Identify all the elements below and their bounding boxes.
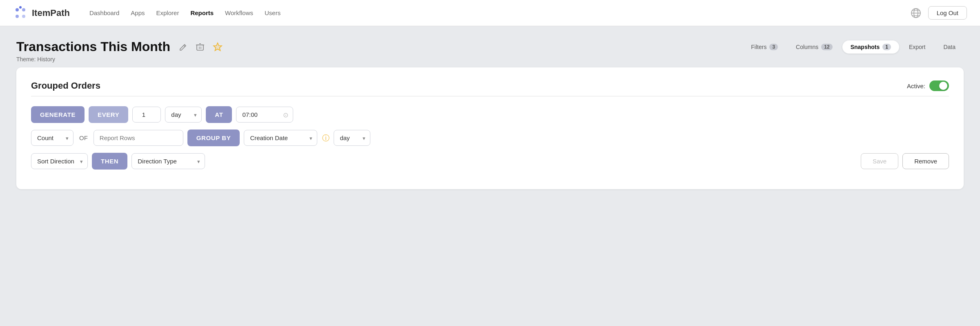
direction-type-wrapper: Direction Type xyxy=(131,153,205,169)
every-button[interactable]: EVERY xyxy=(89,106,128,123)
active-toggle[interactable] xyxy=(929,80,949,91)
svg-point-3 xyxy=(22,15,25,18)
sort-direction-select[interactable]: Sort Direction Ascending Descending xyxy=(31,153,88,169)
svg-point-0 xyxy=(16,8,19,11)
group-by-button[interactable]: GROUP BY xyxy=(187,130,240,146)
nav-apps[interactable]: Apps xyxy=(131,9,145,16)
tab-export-label: Export xyxy=(909,44,925,50)
report-rows-input[interactable] xyxy=(94,130,183,146)
count-wrapper: Count Sum Average xyxy=(31,130,74,146)
nav-explorer[interactable]: Explorer xyxy=(156,9,179,16)
tab-data[interactable]: Data xyxy=(935,40,964,54)
page-title: Transactions This Month xyxy=(16,39,170,54)
nav-workflows[interactable]: Workflows xyxy=(225,9,253,16)
theme-label: Theme: History xyxy=(16,56,964,63)
tab-data-label: Data xyxy=(943,44,956,50)
svg-point-4 xyxy=(19,6,22,9)
navbar: ItemPath Dashboard Apps Explorer Reports… xyxy=(0,0,980,26)
svg-point-2 xyxy=(16,15,19,18)
svg-point-1 xyxy=(22,8,25,11)
tab-filters[interactable]: Filters 3 xyxy=(743,40,786,54)
sort-row: Sort Direction Ascending Descending THEN… xyxy=(31,153,949,170)
interval-input[interactable] xyxy=(132,107,161,123)
toggle-knob xyxy=(939,82,947,90)
svg-rect-10 xyxy=(197,45,203,50)
remove-button[interactable]: Remove xyxy=(902,153,949,169)
trash-icon xyxy=(196,42,205,51)
groupby-row: Count Sum Average OF GROUP BY Creation D… xyxy=(31,130,949,146)
brand: ItemPath xyxy=(13,6,70,20)
card-header: Grouped Orders Active: xyxy=(31,80,949,91)
nav-dashboard[interactable]: Dashboard xyxy=(89,9,119,16)
page-header: Transactions This Month xyxy=(16,39,964,54)
count-select[interactable]: Count Sum Average xyxy=(31,130,74,146)
logout-button[interactable]: Log Out xyxy=(928,6,967,20)
tab-snapshots[interactable]: Snapshots 1 xyxy=(842,40,899,54)
creation-date-wrapper: Creation Date xyxy=(244,130,317,146)
nav-users[interactable]: Users xyxy=(265,9,281,16)
nav-links: Dashboard Apps Explorer Reports Workflow… xyxy=(89,9,897,16)
tab-filters-label: Filters xyxy=(751,44,766,50)
tab-snapshots-badge: 1 xyxy=(882,44,891,50)
time-input-wrapper: ⊙ xyxy=(236,107,293,123)
tab-columns-label: Columns xyxy=(796,44,818,50)
active-toggle-row: Active: xyxy=(907,80,949,91)
of-label: OF xyxy=(78,134,89,141)
direction-type-select[interactable]: Direction Type xyxy=(131,153,205,169)
globe-icon xyxy=(910,7,922,19)
day-select[interactable]: day week month xyxy=(334,130,370,146)
info-icon: ⓘ xyxy=(322,133,330,143)
at-button[interactable]: AT xyxy=(206,106,232,123)
tab-columns[interactable]: Columns 12 xyxy=(788,40,841,54)
nav-reports[interactable]: Reports xyxy=(190,9,214,16)
favorite-button[interactable] xyxy=(211,40,224,54)
page-content: Transactions This Month xyxy=(0,26,980,202)
tab-export[interactable]: Export xyxy=(901,40,933,54)
nav-right: Log Out xyxy=(910,6,967,20)
creation-date-select[interactable]: Creation Date xyxy=(244,130,317,146)
tab-filters-badge: 3 xyxy=(769,44,778,50)
brand-label: ItemPath xyxy=(32,8,70,18)
svg-marker-15 xyxy=(214,43,222,51)
then-button[interactable]: THEN xyxy=(92,153,127,170)
snapshot-card: Grouped Orders Active: GENERATE EVERY da… xyxy=(16,67,964,189)
save-button[interactable]: Save xyxy=(861,153,898,169)
schedule-row: GENERATE EVERY day week month AT ⊙ xyxy=(31,106,949,123)
card-title: Grouped Orders xyxy=(31,80,100,91)
tabs-row: Filters 3 Columns 12 Snapshots 1 Export … xyxy=(743,40,964,54)
interval-unit-wrapper: day week month xyxy=(165,107,202,123)
edit-icon xyxy=(178,42,187,51)
sort-direction-wrapper: Sort Direction Ascending Descending xyxy=(31,153,88,169)
clock-icon: ⊙ xyxy=(283,111,288,118)
tab-snapshots-label: Snapshots xyxy=(851,44,880,50)
edit-button[interactable] xyxy=(177,41,189,53)
day-wrapper: day week month xyxy=(334,130,370,146)
delete-button[interactable] xyxy=(194,41,206,53)
card-divider xyxy=(31,96,949,96)
star-icon xyxy=(213,42,223,52)
tab-columns-badge: 12 xyxy=(821,44,832,50)
generate-button[interactable]: GENERATE xyxy=(31,106,85,123)
active-label: Active: xyxy=(907,83,925,89)
interval-unit-select[interactable]: day week month xyxy=(165,107,202,123)
brand-icon xyxy=(13,6,28,20)
header-icons xyxy=(177,40,224,54)
